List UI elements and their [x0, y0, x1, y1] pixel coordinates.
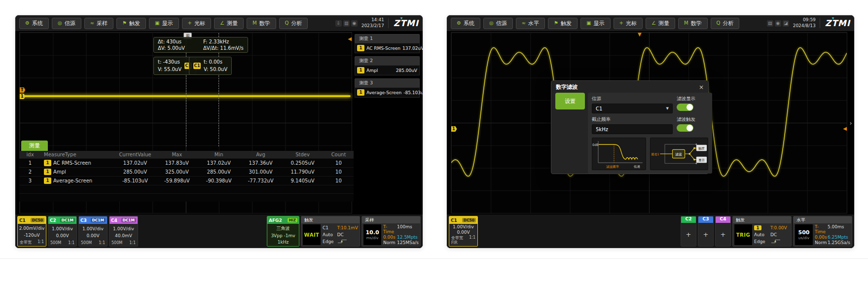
channel-probe: 1:1	[99, 241, 105, 245]
menu-button[interactable]: + 光标	[614, 18, 643, 29]
trigger-level-tag[interactable]: T	[20, 87, 25, 93]
menu-button[interactable]: ≈ 采样	[84, 18, 113, 29]
logo-text: ZTMI	[825, 18, 850, 28]
menu-button[interactable]: ∠ 测量	[646, 18, 675, 29]
filter-display-toggle[interactable]	[677, 104, 693, 111]
status-icon[interactable]: ◉	[775, 20, 781, 27]
collapsed-channel-block[interactable]: C2 +	[681, 216, 696, 247]
menu-bar: ⚙ 系统 ◎ 信源 ≈ 采样 ⚑ 触发 ▣ 显示	[15, 15, 423, 31]
menu-button[interactable]: ◎ 信源	[483, 18, 513, 29]
menu-button[interactable]: M 数学	[247, 18, 276, 29]
measurement-card[interactable]: 测量 2 1 Ampl 285.00uV	[355, 56, 420, 75]
source-value: C1	[596, 106, 602, 111]
afg-impedance-badge: HiZ	[288, 218, 297, 222]
trigger-position-icon[interactable]: ▼	[638, 32, 642, 37]
table-row: 3 1 Average-Screen -85.103uV -59.898uV -…	[19, 176, 354, 185]
menu-label: 测量	[658, 20, 669, 27]
measurement-card[interactable]: 测量 3 1 Average-Screen -85.103uV	[355, 78, 420, 98]
horizontal-block[interactable]: 水平 500 us/div T-Time 5.00ms 0.00s 6.25Mp…	[793, 216, 852, 247]
menu-icon: ⚑	[122, 21, 127, 26]
channel-block[interactable]: C1 DC50 1.00V/div 0.00V 全带宽FIR 1:1	[449, 216, 478, 247]
channel-block[interactable]: C2 DC1M 1.00V/div 0.00V 500M 1:1	[48, 216, 77, 247]
menu-button[interactable]: ⚑ 触发	[548, 18, 578, 29]
menu-icon: ∠	[220, 21, 224, 26]
channel-scale: 1.00V/div	[453, 224, 474, 229]
menu-button[interactable]: ⚙ 系统	[19, 18, 49, 29]
coupling-badge: DC1M	[91, 218, 106, 222]
menu-button[interactable]: Q 分析	[279, 18, 308, 29]
channel-header: C4 DC1M	[109, 216, 138, 224]
add-channel-button[interactable]: +	[681, 223, 696, 246]
collapsed-channels: C2 + C3 + C4 +	[681, 216, 731, 247]
trigger-status: TRIG	[734, 224, 752, 245]
menu-icon: ∠	[651, 21, 656, 26]
source-select[interactable]: C1 ▼	[592, 104, 673, 113]
channel-offset: 40.0mV	[115, 233, 132, 238]
coupling-badge: DC50	[462, 218, 476, 222]
source-label: 信源	[592, 96, 673, 102]
filter-trigger-toggle[interactable]	[677, 124, 693, 132]
afg-body: 三角波 3Vpp -1mv 1kHz	[267, 224, 299, 246]
clock-date: 2024/8/13	[793, 23, 816, 29]
side-panel-handle[interactable]: ›	[847, 31, 854, 214]
menu-button[interactable]: ⚑ 触发	[116, 18, 146, 29]
acquire-body: 10.0 ms/div T-Time 100ms 0.00s 12.5Mpts …	[362, 223, 420, 246]
menu-button[interactable]: ▣ 显示	[149, 18, 179, 29]
menu-button[interactable]: M 数学	[678, 18, 708, 29]
cell-avg: 137.36uV	[240, 160, 282, 166]
add-channel-button[interactable]: +	[698, 223, 713, 246]
measure-table: 测量 idx MeasureType CurrentValue Max Min …	[19, 141, 354, 202]
status-icon[interactable]: ◉	[351, 20, 358, 27]
trigger-block[interactable]: 触发 WAIT C1 T:10.1mV Auto DC Edge	[301, 216, 360, 247]
trigger-type: Edge	[754, 239, 770, 244]
menu-button[interactable]: ◎ 信源	[52, 18, 81, 29]
dialog-body: 设置 信源 C1 ▼ 滤波显示	[551, 93, 708, 178]
menu-icon: ◎	[58, 21, 62, 26]
status-bar: C1 DC50 1.00V/div 0.00V 全带宽FIR 1:1 C2 + …	[447, 214, 854, 248]
status-icon[interactable]: ▤	[767, 20, 773, 27]
cutoff-frequency-input[interactable]: 5kHz	[592, 124, 673, 134]
menu-button[interactable]: ⚙ 系统	[451, 18, 480, 29]
cell-min: -90.398uV	[198, 178, 240, 183]
table-row: 2 1 Ampl 285.00uV 325.00uV 285.00uV 301.…	[19, 167, 354, 176]
acquire-block[interactable]: 采样 10.0 ms/div T-Time 100ms 0.00s 12.5Mp…	[362, 216, 421, 247]
menu-button[interactable]: ▣ 显示	[580, 18, 610, 29]
afg-block[interactable]: AFG2 HiZ 三角波 3Vpp -1mv 1kHz	[267, 216, 299, 247]
menu-button[interactable]: Q 分析	[711, 18, 740, 29]
dialog-title: 数字滤波	[556, 83, 578, 91]
channel-block[interactable]: C4 DC1M 1.00V/div 40.0mV 500M 1:1	[109, 216, 138, 247]
afg-amplitude: 3Vpp -1mv	[271, 233, 295, 238]
menu-button[interactable]: ∠ 测量	[214, 18, 244, 29]
measure-button[interactable]: 测量	[21, 141, 48, 151]
channel-name: C3	[698, 216, 713, 223]
menu-button[interactable]: ≈ 水平	[516, 18, 545, 29]
col-count: Count	[324, 152, 354, 157]
cursor1-v: V: 55.0uV	[158, 66, 181, 73]
chevron-down-icon: ▼	[666, 107, 669, 110]
status-icon[interactable]: ◪	[783, 20, 789, 27]
collapsed-channel-block[interactable]: C3 +	[698, 216, 714, 247]
display-area: ▼ 1 ◀ › 数字滤波 × 设置 信源 C1	[447, 31, 854, 214]
c1-position-tag[interactable]: 1	[20, 94, 26, 99]
close-icon[interactable]: ×	[699, 84, 704, 91]
status-icon[interactable]: ▥	[343, 20, 350, 27]
menu-label: 数学	[691, 20, 702, 27]
trigger-level-right-icon[interactable]: ◀	[843, 126, 847, 131]
trigger-block[interactable]: 触发 TRIG 1 T:0.00V Auto DC Edge	[732, 216, 792, 247]
cursor-x2-readout: C1 t: 0.00s V: 50.0uV	[189, 57, 232, 75]
menu-button[interactable]: + 光标	[182, 18, 211, 29]
menu-label: 测量	[227, 20, 238, 27]
menu-icon: +	[619, 21, 623, 26]
afg-name: AFG2	[269, 218, 282, 223]
sample-rate: 1.25GSa/s	[828, 240, 850, 245]
trigger-level-right-icon[interactable]: ◀	[348, 36, 352, 41]
channel-block[interactable]: C3 DC1M 1.00V/div 0.00V 500M 1:1	[78, 216, 108, 247]
add-channel-button[interactable]: +	[716, 223, 730, 246]
measurement-card[interactable]: 测量 1 1 AC RMS-Screen 137.02uV	[355, 34, 420, 53]
tab-settings[interactable]: 设置	[555, 93, 585, 109]
status-icon[interactable]: ⇩	[335, 20, 342, 27]
filter-routing-diagram: 滤波 触发 显示 通道1	[650, 138, 708, 170]
channel-block[interactable]: C1 DC50 2.00mV/div -120uV 全带宽 1:1	[17, 216, 46, 247]
collapsed-channel-block[interactable]: C4 +	[715, 216, 731, 247]
filter-response-diagram: 0dB 滤波频率 低通	[592, 138, 646, 170]
